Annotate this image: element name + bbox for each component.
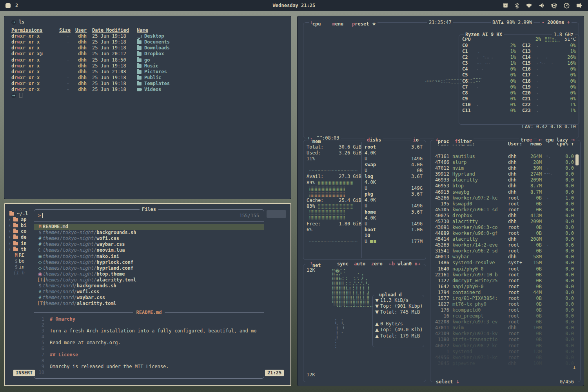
package-icon[interactable] <box>503 3 508 8</box>
process-row[interactable]: 1577irq/81-PIXA3854:root0B0.0 <box>430 296 580 301</box>
process-row[interactable]: 45266kworker/u97:2-kcroot0B⠄1.0 <box>430 195 580 201</box>
process-row[interactable]: 47011nvimdhh10M0.0 <box>430 325 580 331</box>
file-name[interactable]: Dropbox <box>131 51 291 57</box>
process-row[interactable]: 1794containerdroot44M0.0 <box>430 290 580 296</box>
process-row[interactable]: 1327dmcrypt_write/25root0B0.0 <box>430 278 580 284</box>
process-row[interactable]: 46913swaybgdhh8.7M0.0 <box>430 189 580 195</box>
picker-file-item[interactable]: $themes/nord/backgrounds.sh <box>34 283 264 289</box>
proc-scrollbar-thumb[interactable] <box>575 154 579 165</box>
process-row[interactable]: 1642napi/phy0-0root0B0.0 <box>430 284 580 290</box>
battery-icon[interactable] <box>576 3 583 8</box>
proc-tab[interactable]: 4proc filter <box>434 137 474 145</box>
process-row[interactable]: 31541kworker/u96:2-sdroot0B0.0 <box>430 248 580 254</box>
process-row[interactable]: 3845pipewiredhh10M0.0 <box>430 361 580 367</box>
process-row[interactable]: 47466slurpdhh28M0.0 <box>430 160 580 165</box>
wifi-icon[interactable] <box>526 3 532 8</box>
process-row[interactable]: 1380btrfs-transactioroot0B0.0 <box>430 337 580 343</box>
process-row[interactable]: 1systemdroot13M0.0 <box>430 349 580 355</box>
process-row[interactable]: 46072kworker/u98:2-kcroot0B0.0 <box>430 343 580 349</box>
tree-item[interactable]: $bo <box>9 258 33 264</box>
picker-file-item[interactable]: #themes/tokyo-night/wofi.css <box>34 236 264 241</box>
file-name[interactable]: Documents <box>131 39 291 45</box>
process-row[interactable]: 42208kworker/u97:3-evroot0B0.0 <box>430 319 580 325</box>
process-row[interactable]: 46953btopdhh8.7M0.0 <box>430 183 580 189</box>
picker-file-item[interactable]: #themes/nord/wofi.css <box>34 289 264 295</box>
process-row[interactable]: 40075dropboxdhh413M0.0 <box>430 213 580 219</box>
tree-item[interactable]: ›in <box>9 240 33 246</box>
process-row[interactable]: 195kswapd0root0B0.0 <box>430 201 580 207</box>
net-interface-switcher[interactable]: ←b wlan0 n→ <box>388 261 422 267</box>
process-row[interactable]: 45263kworker/14:2-everoot0B⠄0.6 <box>430 242 580 248</box>
workspace-indicator[interactable]: 2 <box>5 3 18 9</box>
process-row[interactable]: 1827mt76-tx phy0root0B0.0 <box>430 301 580 307</box>
picker-file-item[interactable]: ≡themes/tokyo-night/mako.ini <box>34 253 264 259</box>
disks-tab[interactable]: disks <box>365 137 383 143</box>
process-row[interactable]: 1486systemd-resolvesyst+15M0.0 <box>430 260 580 266</box>
file-name[interactable]: Public <box>131 75 291 81</box>
process-row[interactable]: 45414alacrittydhh208M0.0 <box>430 236 580 242</box>
conf-icon: ◇ <box>37 260 43 265</box>
update-interval[interactable]: - 2000ms + <box>540 20 572 25</box>
cpu-tabs[interactable]: 1cpu menu preset ★ <box>309 20 377 27</box>
process-row[interactable]: 1640napi/phy0-0root0B0.0 <box>430 266 580 272</box>
file-name[interactable]: go <box>131 57 291 63</box>
chip-icon[interactable] <box>551 3 557 9</box>
picker-file-item[interactable]: ◇themes/tokyo-night/hyprlock.conf <box>34 260 264 265</box>
process-row[interactable]: 39912Hyprlanddhh274M⠒⠒⠄0.0 <box>430 171 580 177</box>
process-row[interactable]: 47161nautilusdhh264M⠒⠄0.0 <box>430 154 580 160</box>
tree-item[interactable]: ›bi <box>9 223 33 229</box>
file-name[interactable]: Desktop <box>131 33 291 39</box>
tree-item[interactable]: (1 h <box>9 270 33 276</box>
file-name-label: backgrounds.sh <box>96 230 136 236</box>
picker-file-item[interactable]: [T]themes/tokyo-night/alacritty.toml <box>34 277 264 283</box>
prompt-line-2[interactable]: → <box>11 93 291 98</box>
picker-search-input[interactable]: > <box>38 213 260 219</box>
bluetooth-icon[interactable] <box>515 3 519 9</box>
process-user: root <box>508 337 526 343</box>
process-row[interactable]: 42309kworker/u97:4-kvroot0B0.0 <box>430 331 580 337</box>
file-name[interactable]: Downloads <box>131 45 291 51</box>
process-row[interactable]: 45730alacrittydhh209M0.0 <box>430 219 580 225</box>
process-row[interactable]: 45305kworker/u96:1-sdroot0B0.0 <box>430 207 580 213</box>
tree-root-item[interactable]: ~/.l <box>9 211 33 217</box>
picker-file-item[interactable]: ☾themes/tokyo-night/neovim.lua <box>34 247 264 253</box>
net-options[interactable]: sync auto zero <box>336 261 384 267</box>
picker-file-item[interactable]: $themes/tokyo-night/backgrounds.sh <box>34 230 264 236</box>
scroll-down-icon[interactable]: ↓ <box>572 365 576 371</box>
process-row[interactable]: 46933alacrittydhh209M0.0 <box>430 177 580 183</box>
tree-item[interactable]: $in <box>9 264 33 270</box>
scrollbar-thumb[interactable] <box>267 210 286 218</box>
process-row[interactable]: 43091kworker/u96:3-coroot0B0.0 <box>430 225 580 230</box>
proc-tree-toggle[interactable]: tree <box>519 137 534 143</box>
file-name[interactable]: Pictures <box>131 69 291 75</box>
tree-item[interactable]: ›de <box>9 234 33 240</box>
process-row[interactable]: 44889kworker/u96:0-gfroot0B0.0 <box>430 230 580 236</box>
picker-file-item[interactable]: #themes/nord/waybar.css <box>34 295 264 301</box>
proc-sort-nav[interactable]: ← cpu lazy → <box>537 137 576 143</box>
process-row[interactable]: 44956kworker/u97:1-kcroot0B0.0 <box>430 355 580 361</box>
process-row[interactable]: 16rcu_preemptroot0B0.0 <box>430 313 580 319</box>
tree-item[interactable]: ›th <box>9 247 33 252</box>
picker-file-item[interactable]: #themes/tokyo-night/waybar.css <box>34 241 264 247</box>
tree-item[interactable]: ›co <box>9 229 33 234</box>
disk-label: pkg <box>365 191 373 197</box>
core-row: C90%C21⠄0% <box>459 96 579 102</box>
process-row[interactable]: 40013waybardhh58M0.0 <box>430 254 580 260</box>
file-name[interactable]: Music <box>131 63 291 69</box>
process-row[interactable]: 47012nvimdhh39M⠄0.0 <box>430 165 580 171</box>
process-row[interactable]: 176kcompactd0root0B0.0 <box>430 307 580 313</box>
file-name[interactable]: Videos <box>131 87 291 93</box>
select-button[interactable]: select ↓ <box>434 379 461 385</box>
picker-file-item[interactable]: [T]themes/nord/alacritty.toml <box>34 301 264 307</box>
picker-file-item[interactable]: MREADME.md <box>34 224 264 230</box>
volume-icon[interactable] <box>539 3 544 8</box>
io-tab[interactable]: io <box>412 137 420 143</box>
tree-item[interactable]: ›ap <box>9 217 33 223</box>
file-name[interactable]: Templates <box>131 81 291 87</box>
picker-file-item[interactable]: ◉themes/tokyo-night/btop.theme <box>34 271 264 277</box>
picker-file-item[interactable]: ◇themes/tokyo-night/hyprland.conf <box>34 265 264 271</box>
tree-item[interactable]: MRE <box>9 252 33 258</box>
gauge-icon[interactable] <box>564 3 570 9</box>
mem-tab[interactable]: 2mem <box>309 137 323 145</box>
process-row[interactable]: 22161kworker/u97:10-broot0B0.0 <box>430 272 580 278</box>
